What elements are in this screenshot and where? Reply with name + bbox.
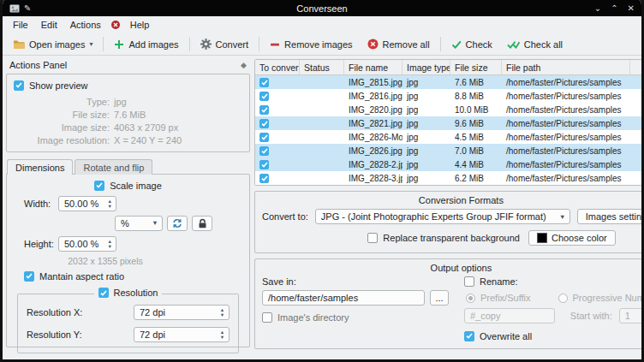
cell-file-name: IMG_2821.jpg [344,116,402,130]
cell-status [300,116,344,130]
tab-dimensions[interactable]: Dimensions [7,159,73,175]
rename-checkbox[interactable]: Rename: [464,276,644,287]
remove-images-button[interactable]: Remove images [263,37,359,52]
save-path-input[interactable]: /home/faster/samples [262,290,425,306]
toolbar-separator [259,37,259,51]
close-button[interactable]: ✕ [628,4,635,13]
toolbar-separator [103,37,104,51]
cell-file-size: 10.0 MiB [450,103,502,116]
header-file-name[interactable]: File name [344,60,402,74]
cell-file-size: 9.6 MiB [450,116,502,130]
overwrite-all-checkbox[interactable]: Overwrite all [464,331,532,341]
width-spinbox[interactable]: 50.00 % ▲▼ [58,196,116,211]
table-row[interactable]: IMG_2815.jpg jpg 7.6 MiB /home/faster/Pi… [255,75,644,89]
row-convert-checkbox[interactable] [259,92,269,101]
format-combobox[interactable]: JPG - (Joint Photographic Experts Group … [315,209,570,224]
file-table-header: To convert Status File name Image type F… [255,60,644,75]
maximize-button[interactable]: ⌃ [611,4,617,13]
table-row[interactable]: IMG_2821.jpg jpg 9.6 MiB /home/faster/Pi… [255,116,644,130]
row-convert-checkbox[interactable] [259,78,269,87]
scale-image-label: Scale image [110,181,162,191]
table-row[interactable]: IMG_2828-3.jpg jpg 6.2 MiB /home/faster/… [255,171,644,185]
check-button[interactable]: Check [444,37,499,52]
browse-button[interactable]: ... [430,290,449,306]
menu-help[interactable]: Help [124,18,156,32]
header-status[interactable]: Status [300,60,344,74]
convert-button[interactable]: Convert [194,36,256,52]
header-image-type[interactable]: Image type [402,60,450,74]
table-row[interactable]: IMG_2816.jpg jpg 8.8 MiB /home/faster/Pi… [255,89,644,103]
cell-file-path: /home/faster/Pictures/samples [502,171,630,185]
cell-status [300,171,344,185]
images-directory-checkbox[interactable]: Image's directory [262,312,349,323]
table-row[interactable]: IMG_2820.jpg jpg 10.0 MiB /home/faster/P… [255,103,644,116]
cell-file-name: IMG_2826-Mo... [344,130,402,144]
lock-aspect-button[interactable] [192,216,212,231]
minimize-button[interactable]: ⌄ [594,4,601,13]
app-window: ✎ Converseen ⌄ ⌃ ✕ File Edit Actions Hel… [0,0,644,362]
row-convert-checkbox[interactable] [259,133,269,142]
lock-icon [198,218,207,228]
cell-file-size: 7.0 MiB [450,144,502,157]
dock-float-icon[interactable]: ◆ [241,61,247,69]
row-convert-checkbox[interactable] [259,119,269,128]
resolution-y-spinbox[interactable]: 72 dpi ▲▼ [134,327,230,342]
check-all-button[interactable]: Check all [500,37,569,52]
color-swatch [537,233,547,243]
chevron-down-icon: ▼ [148,219,162,227]
replace-transparent-bg-label: Replace transparent background [383,233,520,243]
refresh-icon [172,218,182,228]
sync-dimensions-button[interactable] [167,216,188,231]
header-file-size[interactable]: File size [450,60,502,74]
save-in-label: Save in: [262,276,449,287]
cell-file-name: IMG_2820.jpg [344,103,402,116]
spin-down-icon[interactable]: ▼ [107,244,111,249]
spin-down-icon[interactable]: ▼ [107,204,111,209]
cell-file-path: /home/faster/Pictures/samples [502,144,630,157]
spin-down-icon[interactable]: ▼ [220,312,224,317]
row-convert-checkbox[interactable] [259,174,269,183]
maintain-aspect-ratio-checkbox[interactable]: Mantain aspect ratio [24,271,124,282]
resolution-checkbox[interactable]: Resolution [98,288,158,298]
start-with-spinbox[interactable]: 1 ▲▼ [619,308,644,323]
add-images-button[interactable]: Add images [107,37,185,52]
plus-icon [114,39,124,50]
cell-image-type: jpg [402,116,450,130]
resolution-x-label: Resolution X: [27,307,82,317]
cell-status [300,130,344,144]
scale-image-checkbox[interactable]: Scale image [94,181,162,191]
tab-rotate-and-flip[interactable]: Rotate and flip [75,159,152,175]
rename-pattern-input[interactable]: #_copy [464,308,555,323]
menu-actions[interactable]: Actions [64,18,107,32]
prefix-suffix-radio[interactable]: Prefix/Suffix [466,293,531,303]
double-check-icon [507,40,520,49]
progressive-number-radio[interactable]: Progressive Number [558,293,644,303]
menu-file[interactable]: File [7,18,34,32]
checkbox-box [259,105,269,115]
header-to-convert[interactable]: To convert [255,60,300,74]
choose-color-button[interactable]: Choose color [528,230,616,246]
actions-panel-title: Actions Panel [9,60,67,70]
resolution-x-spinbox[interactable]: 72 dpi ▲▼ [134,305,230,320]
table-row[interactable]: IMG_2826-Mo... jpg 4.5 MiB /home/faster/… [255,130,644,144]
menu-edit[interactable]: Edit [35,18,63,32]
row-convert-checkbox[interactable] [259,146,269,156]
header-file-path[interactable]: File path [502,60,630,74]
spin-down-icon[interactable]: ▼ [220,335,224,340]
remove-all-button[interactable]: Remove all [361,36,437,52]
open-images-button[interactable]: Open images ▾ [6,37,99,52]
row-convert-checkbox[interactable] [259,105,269,115]
table-row[interactable]: IMG_2826.jpg jpg 7.0 MiB /home/faster/Pi… [255,144,644,157]
checkbox-box [259,160,269,169]
images-settings-button[interactable]: Images settings [577,209,644,224]
cell-file-name: IMG_2828-3.jpg [344,171,402,185]
table-row[interactable]: IMG_2828-2.jpg jpg 4.4 MiB /home/faster/… [255,157,644,171]
row-convert-checkbox[interactable] [259,160,269,169]
image-info: Type: jpg File size: 7.6 MiB Image size:… [14,97,242,145]
unit-combobox[interactable]: % ▼ [115,216,163,231]
checkbox-box [262,312,272,323]
show-preview-checkbox[interactable]: Show preview [14,80,87,91]
replace-transparent-bg-checkbox[interactable]: Replace transparent background [367,233,520,243]
height-spinbox[interactable]: 50.00 % ▲▼ [58,236,116,252]
file-size-label: File size: [14,110,110,120]
